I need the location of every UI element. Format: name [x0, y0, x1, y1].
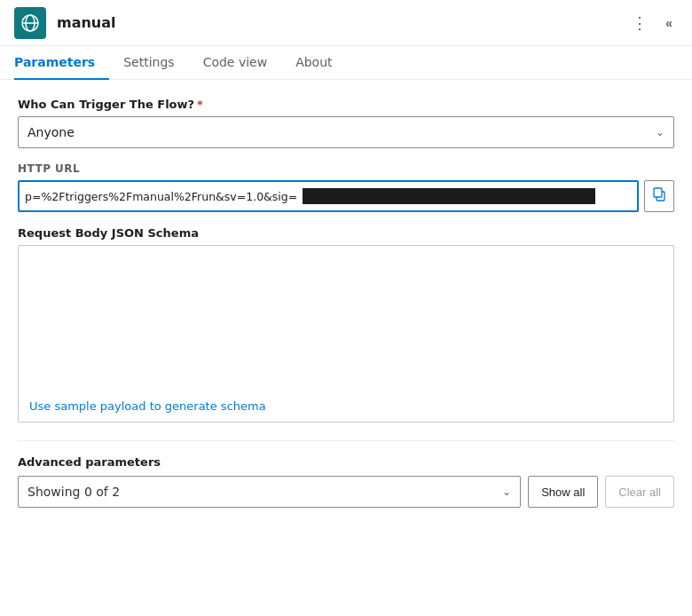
chevron-down-icon: ⌄ — [656, 126, 664, 138]
required-star: * — [197, 98, 203, 111]
url-redacted — [303, 188, 595, 204]
more-button[interactable]: ⋮ — [626, 10, 653, 36]
advanced-showing: Showing 0 of 2 — [28, 485, 120, 499]
advanced-section: Advanced parameters Showing 0 of 2 ⌄ Sho… — [18, 455, 674, 508]
trigger-value: Anyone — [28, 125, 75, 139]
app-title: manual — [57, 14, 116, 31]
url-row: p=%2Ftriggers%2Fmanual%2Frun&sv=1.0&sig= — [18, 180, 674, 212]
header-left: manual — [14, 7, 116, 39]
tabs-bar: Parameters Settings Code view About — [0, 46, 692, 80]
schema-section: Request Body JSON Schema Use sample payl… — [18, 226, 674, 423]
trigger-dropdown[interactable]: Anyone ⌄ — [18, 116, 674, 148]
tab-about[interactable]: About — [281, 46, 346, 80]
collapse-icon: « — [665, 16, 672, 30]
content-area: Who Can Trigger The Flow?* Anyone ⌄ HTTP… — [0, 80, 692, 525]
schema-label: Request Body JSON Schema — [18, 226, 674, 240]
clear-all-button[interactable]: Clear all — [605, 476, 674, 508]
app-icon — [14, 7, 46, 39]
schema-link[interactable]: Use sample payload to generate schema — [19, 391, 673, 422]
advanced-row: Showing 0 of 2 ⌄ Show all Clear all — [18, 476, 674, 508]
copy-icon — [652, 187, 666, 205]
tab-parameters[interactable]: Parameters — [14, 46, 109, 80]
tab-code-view[interactable]: Code view — [189, 46, 282, 80]
header: manual ⋮ « — [0, 0, 692, 46]
show-all-button[interactable]: Show all — [528, 476, 598, 508]
header-right: ⋮ « — [626, 10, 678, 36]
advanced-dropdown[interactable]: Showing 0 of 2 ⌄ — [18, 476, 521, 508]
svg-rect-4 — [654, 188, 662, 197]
schema-box: Use sample payload to generate schema — [18, 245, 674, 423]
http-url-label: HTTP URL — [18, 162, 674, 175]
divider — [18, 440, 674, 441]
url-input[interactable]: p=%2Ftriggers%2Fmanual%2Frun&sv=1.0&sig= — [18, 180, 639, 212]
advanced-chevron-icon: ⌄ — [502, 486, 511, 498]
copy-button[interactable] — [644, 180, 674, 212]
trigger-label: Who Can Trigger The Flow?* — [18, 98, 674, 111]
url-prefix: p=%2Ftriggers%2Fmanual%2Frun&sv=1.0&sig= — [20, 190, 303, 203]
tab-settings[interactable]: Settings — [109, 46, 188, 80]
advanced-label: Advanced parameters — [18, 455, 674, 469]
more-icon: ⋮ — [632, 13, 648, 33]
collapse-button[interactable]: « — [660, 12, 678, 34]
